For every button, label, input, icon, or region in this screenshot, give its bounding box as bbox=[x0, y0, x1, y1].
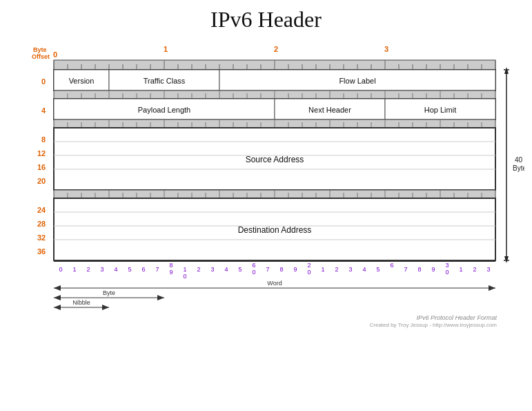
svg-text:Destination Address: Destination Address bbox=[238, 225, 312, 235]
svg-marker-221 bbox=[157, 295, 164, 300]
svg-text:2: 2 bbox=[335, 266, 338, 273]
svg-text:2: 2 bbox=[197, 266, 200, 273]
svg-text:Word: Word bbox=[267, 280, 282, 287]
svg-text:28: 28 bbox=[37, 220, 46, 228]
svg-text:0: 0 bbox=[183, 273, 186, 280]
svg-text:8: 8 bbox=[417, 266, 421, 273]
page-title: IPv6 Header bbox=[14, 7, 518, 32]
header-diagram: Byte Offset 0 1 2 3 bbox=[28, 38, 524, 328]
svg-text:4: 4 bbox=[362, 266, 366, 273]
svg-text:2: 2 bbox=[274, 45, 278, 53]
svg-text:9: 9 bbox=[293, 266, 297, 273]
svg-text:0: 0 bbox=[41, 77, 46, 86]
svg-text:1: 1 bbox=[459, 266, 462, 273]
svg-text:0: 0 bbox=[252, 269, 255, 276]
svg-marker-225 bbox=[102, 305, 109, 310]
svg-text:5: 5 bbox=[128, 266, 131, 273]
svg-text:Next Header: Next Header bbox=[308, 106, 351, 114]
svg-text:3: 3 bbox=[445, 262, 449, 269]
svg-text:7: 7 bbox=[266, 266, 269, 273]
svg-marker-173 bbox=[504, 256, 509, 263]
svg-text:1: 1 bbox=[183, 266, 186, 273]
svg-text:Byte: Byte bbox=[33, 46, 47, 53]
svg-text:8: 8 bbox=[169, 262, 173, 269]
svg-text:0: 0 bbox=[59, 266, 62, 273]
svg-text:2: 2 bbox=[307, 262, 311, 269]
svg-text:3: 3 bbox=[348, 266, 352, 273]
svg-text:0: 0 bbox=[445, 269, 449, 276]
svg-text:6: 6 bbox=[252, 262, 255, 269]
svg-text:Source Address: Source Address bbox=[246, 155, 304, 164]
svg-text:3: 3 bbox=[100, 266, 104, 273]
svg-text:9: 9 bbox=[431, 266, 435, 273]
svg-text:2: 2 bbox=[86, 266, 90, 273]
svg-rect-170 bbox=[54, 260, 495, 262]
svg-text:3: 3 bbox=[384, 45, 388, 53]
svg-text:7: 7 bbox=[404, 266, 407, 273]
svg-text:6: 6 bbox=[390, 262, 393, 269]
svg-marker-172 bbox=[504, 67, 509, 74]
svg-text:2: 2 bbox=[473, 266, 476, 273]
svg-text:36: 36 bbox=[37, 247, 46, 256]
svg-text:40: 40 bbox=[515, 156, 523, 164]
svg-text:7: 7 bbox=[155, 266, 159, 273]
svg-text:1: 1 bbox=[164, 45, 168, 53]
svg-text:16: 16 bbox=[37, 163, 46, 171]
svg-marker-216 bbox=[54, 285, 61, 291]
svg-text:4: 4 bbox=[114, 266, 117, 273]
svg-text:4: 4 bbox=[224, 266, 228, 273]
svg-text:Nibble: Nibble bbox=[72, 299, 90, 306]
svg-text:0: 0 bbox=[53, 50, 57, 59]
svg-text:Byte: Byte bbox=[103, 289, 115, 296]
svg-text:Payload Length: Payload Length bbox=[138, 106, 190, 114]
svg-text:5: 5 bbox=[238, 266, 242, 273]
svg-marker-224 bbox=[54, 305, 61, 310]
svg-text:32: 32 bbox=[37, 233, 46, 242]
page: IPv6 Header Byte Offset 0 1 2 3 bbox=[0, 0, 532, 411]
svg-text:Flow Label: Flow Label bbox=[339, 77, 375, 85]
svg-text:Hop Limit: Hop Limit bbox=[424, 106, 456, 114]
svg-text:6: 6 bbox=[141, 266, 145, 273]
svg-text:0: 0 bbox=[307, 269, 311, 276]
svg-text:20: 20 bbox=[37, 177, 46, 185]
svg-text:Version: Version bbox=[69, 77, 95, 85]
svg-text:24: 24 bbox=[37, 206, 46, 214]
svg-text:Offset: Offset bbox=[32, 53, 50, 60]
svg-text:8: 8 bbox=[279, 266, 283, 273]
svg-text:1: 1 bbox=[321, 266, 324, 273]
svg-text:Traffic Class: Traffic Class bbox=[144, 77, 186, 85]
svg-marker-217 bbox=[489, 285, 495, 291]
svg-text:4: 4 bbox=[41, 106, 46, 115]
svg-text:Created by Troy Jessup - http:: Created by Troy Jessup - http://www.troy… bbox=[369, 322, 497, 328]
svg-marker-220 bbox=[54, 295, 61, 300]
svg-text:IPv6 Protocol Header Format: IPv6 Protocol Header Format bbox=[416, 314, 497, 321]
svg-text:9: 9 bbox=[169, 269, 173, 276]
svg-text:3: 3 bbox=[486, 266, 490, 273]
svg-text:12: 12 bbox=[37, 149, 46, 157]
svg-text:Bytes: Bytes bbox=[513, 164, 524, 172]
svg-text:8: 8 bbox=[41, 135, 46, 144]
svg-text:1: 1 bbox=[72, 266, 76, 273]
svg-text:3: 3 bbox=[210, 266, 214, 273]
svg-text:5: 5 bbox=[376, 266, 380, 273]
